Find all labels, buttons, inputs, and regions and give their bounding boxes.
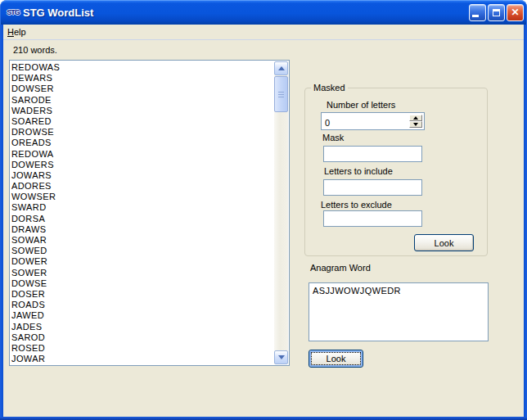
scrollbar-track[interactable]	[274, 61, 288, 364]
scrollbar-up-button[interactable]	[274, 61, 288, 75]
letters-include-input[interactable]	[323, 179, 422, 196]
minimize-icon	[472, 15, 479, 17]
list-item[interactable]: JOWAR	[11, 354, 273, 364]
list-item[interactable]: SOARED	[11, 116, 273, 127]
scrollbar-thumb[interactable]	[274, 76, 288, 112]
list-item[interactable]: SWARD	[11, 202, 273, 213]
maximize-button[interactable]	[488, 4, 505, 21]
list-item[interactable]: WOWSER	[11, 192, 273, 202]
spinner-up-button[interactable]	[409, 115, 422, 121]
list-item[interactable]: ADORES	[11, 181, 273, 192]
list-item[interactable]: SAROD	[11, 332, 273, 343]
menu-item-help[interactable]: Help	[3, 25, 32, 39]
list-item[interactable]: SARODE	[11, 95, 273, 106]
masked-group-title: Masked	[311, 83, 348, 93]
letters-exclude-input[interactable]	[323, 210, 422, 227]
number-of-letters-label: Number of letters	[327, 100, 395, 110]
masked-groupbox: Masked Number of letters Mask Letters to…	[304, 88, 488, 256]
letters-exclude-label: Letters to exclude	[321, 200, 392, 210]
maximize-icon	[493, 9, 500, 16]
list-item[interactable]: OREADS	[11, 138, 273, 148]
list-item[interactable]: DOSER	[11, 289, 273, 300]
mask-label: Mask	[322, 133, 344, 142]
list-item[interactable]: DOWSE	[11, 278, 273, 289]
scrollbar-grip-icon	[278, 92, 284, 97]
window-title: STG WordList	[23, 7, 469, 19]
list-item[interactable]: REDOWAS	[11, 62, 273, 73]
client-area: Help 210 words. REDOWASDEWARSDOWSERSAROD…	[3, 25, 524, 417]
list-item[interactable]: ROSED	[11, 343, 273, 354]
spinner-down-button[interactable]	[409, 121, 422, 128]
word-list-items: REDOWASDEWARSDOWSERSARODEWADERSSOAREDDRO…	[11, 62, 273, 364]
list-item[interactable]: DORSA	[11, 214, 273, 224]
anagram-look-button[interactable]: Look	[309, 350, 363, 368]
spinner-down-icon	[413, 123, 418, 126]
list-item[interactable]: DOWERS	[11, 160, 273, 170]
list-item[interactable]: SOWED	[11, 246, 273, 256]
scrollbar-down-button[interactable]	[274, 350, 288, 364]
list-item[interactable]: REDOWA	[11, 149, 273, 160]
window-frame-right	[524, 25, 527, 420]
list-item[interactable]: SOWAR	[11, 235, 273, 246]
list-item[interactable]: ROADS	[11, 300, 273, 310]
app-window: STG STG WordList ✕ Help 210 words. REDOW…	[0, 0, 527, 420]
list-item[interactable]: SOWER	[11, 268, 273, 278]
app-icon[interactable]: STG	[7, 6, 20, 19]
close-icon: ✕	[511, 7, 519, 17]
list-item[interactable]: DOWER	[11, 256, 273, 267]
list-item[interactable]: DROWSE	[11, 127, 273, 138]
close-button[interactable]: ✕	[507, 4, 524, 21]
arrow-down-icon	[278, 355, 285, 359]
list-item[interactable]: WADERS	[11, 106, 273, 116]
list-item[interactable]: JOWARS	[11, 170, 273, 181]
letters-include-label: Letters to include	[324, 166, 393, 176]
spinner-up-icon	[413, 116, 418, 120]
menubar: Help	[3, 25, 524, 40]
word-count-label: 210 words.	[13, 45, 57, 55]
list-item[interactable]: JAWED	[11, 310, 273, 321]
arrow-up-icon	[278, 66, 285, 70]
minimize-button[interactable]	[469, 4, 486, 21]
word-listbox[interactable]: REDOWASDEWARSDOWSERSARODEWADERSSOAREDDRO…	[9, 60, 290, 366]
masked-look-button[interactable]: Look	[414, 234, 474, 251]
list-item[interactable]: DRAWS	[11, 224, 273, 235]
list-item[interactable]: DEWARS	[11, 73, 273, 84]
list-item[interactable]: DOWSER	[11, 84, 273, 94]
window-frame-bottom	[0, 417, 527, 420]
anagram-word-input[interactable]: ASJJWOWJQWEDR	[309, 282, 489, 341]
anagram-word-label: Anagram Word	[310, 263, 371, 273]
titlebar[interactable]: STG STG WordList ✕	[0, 0, 527, 25]
number-of-letters-input[interactable]	[322, 113, 407, 129]
number-of-letters-spinner	[321, 112, 425, 130]
mask-input[interactable]	[323, 146, 422, 162]
list-item[interactable]: JADES	[11, 322, 273, 332]
